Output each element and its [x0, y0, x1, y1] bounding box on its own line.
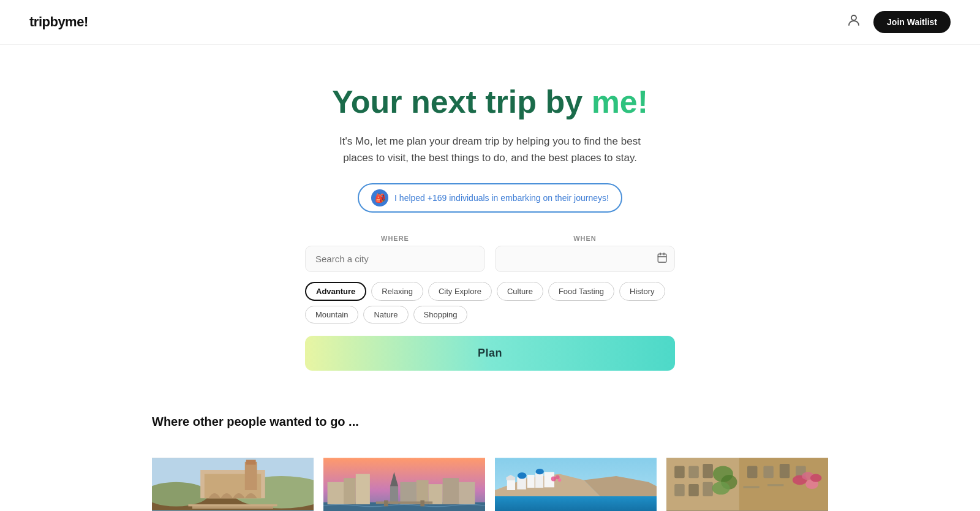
city-search-input[interactable]	[305, 246, 485, 272]
navbar: tripbyme! Join Waitlist	[0, 0, 980, 45]
when-group: WHEN	[495, 235, 675, 272]
tag-history[interactable]: History	[619, 282, 665, 301]
svg-rect-63	[763, 466, 774, 479]
svg-point-69	[810, 474, 821, 482]
svg-rect-14	[246, 460, 256, 465]
svg-point-48	[558, 479, 561, 482]
svg-rect-31	[384, 501, 388, 507]
svg-rect-70	[743, 486, 759, 488]
form-row: WHERE WHEN	[305, 235, 675, 272]
tag-relaxing[interactable]: Relaxing	[371, 282, 423, 301]
svg-rect-29	[459, 482, 475, 504]
svg-rect-62	[747, 466, 758, 479]
suggestions-heading: Where other people wanted to go ...	[152, 415, 828, 429]
tag-mountain[interactable]: Mountain	[305, 306, 358, 324]
svg-rect-57	[688, 484, 699, 496]
hero-section: Your next trip by me! It's Mo, let me pl…	[0, 45, 980, 395]
svg-point-45	[536, 469, 544, 474]
svg-rect-39	[527, 475, 535, 488]
svg-rect-37	[507, 480, 515, 491]
svg-rect-16	[188, 504, 277, 506]
svg-rect-21	[344, 478, 356, 504]
svg-rect-28	[443, 478, 459, 504]
svg-rect-53	[674, 466, 685, 479]
svg-point-0	[851, 15, 856, 20]
svg-rect-71	[767, 484, 783, 486]
svg-rect-34	[495, 496, 657, 511]
svg-rect-20	[328, 482, 344, 504]
svg-rect-27	[429, 484, 443, 504]
tag-nature[interactable]: Nature	[363, 306, 408, 324]
svg-point-61	[712, 482, 730, 494]
logo: tripbyme!	[29, 14, 88, 30]
user-icon[interactable]	[846, 13, 861, 31]
date-input-wrapper	[495, 246, 675, 272]
tag-adventure[interactable]: Advanture	[305, 282, 366, 301]
hero-headline-accent: me!	[592, 84, 648, 119]
svg-rect-22	[356, 474, 370, 505]
destination-cards: Córdoba	[152, 441, 828, 511]
svg-rect-55	[703, 464, 713, 478]
badge-icon: 🎒	[371, 189, 388, 206]
suggestions-section: Where other people wanted to go ...	[123, 395, 858, 511]
hero-subtitle: It's Mo, let me plan your dream trip by …	[331, 133, 649, 166]
search-form: WHERE WHEN	[300, 235, 680, 371]
destination-card-nova[interactable]: Nova	[666, 441, 828, 511]
plan-button[interactable]: Plan	[305, 336, 675, 371]
where-label: WHERE	[305, 235, 485, 242]
nav-right: Join Waitlist	[846, 11, 951, 33]
tag-city-explore[interactable]: City Explore	[428, 282, 492, 301]
join-waitlist-button[interactable]: Join Waitlist	[873, 11, 951, 33]
svg-rect-56	[674, 484, 685, 496]
date-input[interactable]	[495, 246, 675, 272]
badge-text: I helped +169 individuals in embarking o…	[394, 193, 609, 203]
hero-headline: Your next trip by me!	[15, 84, 965, 121]
tag-culture[interactable]: Culture	[497, 282, 543, 301]
destination-card-cordoba[interactable]: Córdoba	[152, 441, 314, 511]
svg-point-43	[518, 472, 527, 479]
svg-rect-54	[688, 466, 699, 479]
social-proof-badge: 🎒 I helped +169 individuals in embarking…	[358, 183, 622, 213]
svg-point-46	[551, 477, 556, 482]
svg-rect-64	[780, 464, 790, 478]
trip-type-tags: AdvantureRelaxingCity ExploreCultureFood…	[305, 282, 675, 324]
svg-rect-25	[400, 482, 416, 504]
tag-food-tasting[interactable]: Food Tasting	[548, 282, 614, 301]
svg-rect-13	[245, 462, 257, 490]
svg-rect-58	[703, 482, 713, 496]
tag-shopping[interactable]: Shopping	[413, 306, 468, 324]
svg-rect-32	[420, 501, 424, 507]
where-group: WHERE	[305, 235, 485, 272]
destination-card-zurich[interactable]: Zurich	[323, 441, 485, 511]
when-label: WHEN	[495, 235, 675, 242]
destination-card-greece[interactable]: Greece	[495, 441, 657, 511]
